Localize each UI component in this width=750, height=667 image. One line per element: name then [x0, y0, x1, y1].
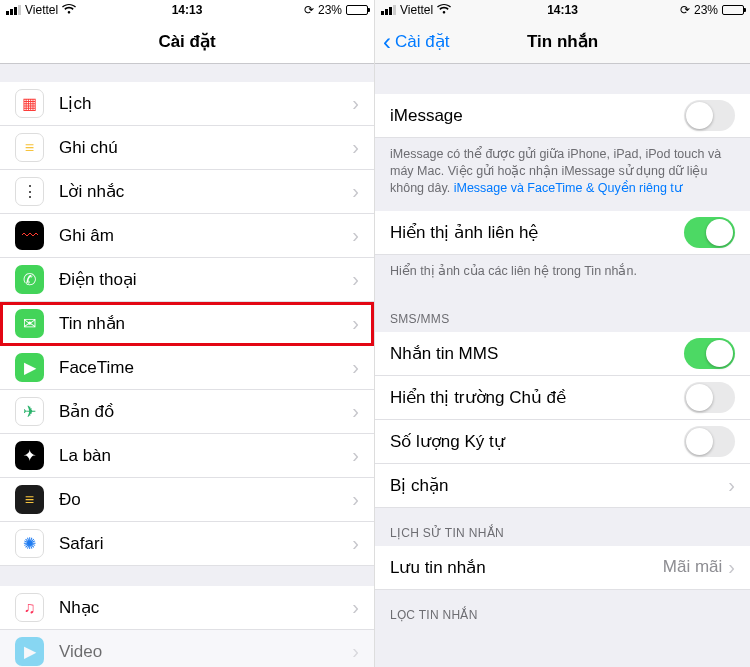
blocked-label: Bị chặn	[390, 475, 728, 496]
app-icon: 〰	[15, 221, 44, 250]
imessage-footer: iMessage có thể được gửi giữa iPhone, iP…	[375, 138, 750, 211]
chevron-right-icon: ›	[352, 136, 359, 159]
mms-toggle[interactable]	[684, 338, 735, 369]
navbar: ‹ Cài đặt Tin nhắn	[375, 20, 750, 64]
status-bar: Viettel 14:13 ⟳ 23%	[375, 0, 750, 20]
chevron-right-icon: ›	[352, 640, 359, 663]
status-bar: Viettel 14:13 ⟳ 23%	[0, 0, 374, 20]
settings-row-video[interactable]: ▶Video›	[0, 630, 374, 667]
chevron-right-icon: ›	[352, 444, 359, 467]
mms-label: Nhắn tin MMS	[390, 343, 684, 364]
imessage-label: iMessage	[390, 106, 684, 126]
row-label: Tin nhắn	[59, 313, 352, 334]
section-filter: LỌC TIN NHẮN	[375, 590, 750, 628]
chevron-right-icon: ›	[352, 180, 359, 203]
section-history: LỊCH SỬ TIN NHẮN	[375, 508, 750, 546]
char-count-row[interactable]: Số lượng Ký tự	[375, 420, 750, 464]
chevron-right-icon: ›	[352, 356, 359, 379]
app-icon: ≡	[15, 485, 44, 514]
row-label: Ghi âm	[59, 226, 352, 246]
battery-icon	[346, 5, 368, 15]
app-icon: ▶	[15, 637, 44, 666]
battery-icon	[722, 5, 744, 15]
chevron-right-icon: ›	[728, 474, 735, 497]
settings-row-ghi-âm[interactable]: 〰Ghi âm›	[0, 214, 374, 258]
row-label: Ghi chú	[59, 138, 352, 158]
row-label: Video	[59, 642, 352, 662]
section-smsmms: SMS/MMS	[375, 294, 750, 332]
chevron-right-icon: ›	[728, 556, 735, 579]
blocked-row[interactable]: Bị chặn ›	[375, 464, 750, 508]
settings-screen: Viettel 14:13 ⟳ 23% Cài đặt ▦Lịch›≡Ghi c…	[0, 0, 375, 667]
show-contact-photos-footer: Hiển thị ảnh của các liên hệ trong Tin n…	[375, 255, 750, 294]
app-icon: ♫	[15, 593, 44, 622]
clock: 14:13	[0, 3, 374, 17]
settings-row-nhạc[interactable]: ♫Nhạc›	[0, 586, 374, 630]
show-contact-photos-toggle[interactable]	[684, 217, 735, 248]
page-title: Tin nhắn	[527, 31, 598, 52]
subject-field-label: Hiển thị trường Chủ đề	[390, 387, 684, 408]
back-button[interactable]: ‹ Cài đặt	[383, 31, 449, 52]
back-label: Cài đặt	[395, 31, 449, 52]
chevron-right-icon: ›	[352, 488, 359, 511]
app-icon: ≡	[15, 133, 44, 162]
row-label: FaceTime	[59, 358, 352, 378]
settings-row-la-bàn[interactable]: ✦La bàn›	[0, 434, 374, 478]
show-contact-photos-row[interactable]: Hiển thị ảnh liên hệ	[375, 211, 750, 255]
subject-field-row[interactable]: Hiển thị trường Chủ đề	[375, 376, 750, 420]
settings-row-bản-đồ[interactable]: ✈Bản đồ›	[0, 390, 374, 434]
settings-row-điện-thoại[interactable]: ✆Điện thoại›	[0, 258, 374, 302]
app-icon: ✦	[15, 441, 44, 470]
settings-row-tin-nhắn[interactable]: ✉Tin nhắn›	[0, 302, 374, 346]
clock: 14:13	[375, 3, 750, 17]
row-label: Nhạc	[59, 597, 352, 618]
chevron-right-icon: ›	[352, 312, 359, 335]
keep-messages-row[interactable]: Lưu tin nhắn Mãi mãi ›	[375, 546, 750, 590]
row-label: Đo	[59, 490, 352, 510]
chevron-right-icon: ›	[352, 400, 359, 423]
row-label: Bản đồ	[59, 401, 352, 422]
app-icon: ▶	[15, 353, 44, 382]
settings-row-facetime[interactable]: ▶FaceTime›	[0, 346, 374, 390]
settings-row-đo[interactable]: ≡Đo›	[0, 478, 374, 522]
app-icon: ▦	[15, 89, 44, 118]
chevron-right-icon: ›	[352, 224, 359, 247]
keep-messages-label: Lưu tin nhắn	[390, 557, 663, 578]
row-label: Safari	[59, 534, 352, 554]
app-icon: ⋮	[15, 177, 44, 206]
app-icon: ✈	[15, 397, 44, 426]
mms-row[interactable]: Nhắn tin MMS	[375, 332, 750, 376]
app-icon: ✉	[15, 309, 44, 338]
imessage-toggle[interactable]	[684, 100, 735, 131]
settings-row-lời-nhắc[interactable]: ⋮Lời nhắc›	[0, 170, 374, 214]
app-icon: ✺	[15, 529, 44, 558]
show-contact-photos-label: Hiển thị ảnh liên hệ	[390, 222, 684, 243]
chevron-right-icon: ›	[352, 268, 359, 291]
chevron-left-icon: ‹	[383, 33, 391, 50]
imessage-row[interactable]: iMessage	[375, 94, 750, 138]
chevron-right-icon: ›	[352, 92, 359, 115]
settings-row-lịch[interactable]: ▦Lịch›	[0, 82, 374, 126]
navbar: Cài đặt	[0, 20, 374, 64]
subject-field-toggle[interactable]	[684, 382, 735, 413]
row-label: Lịch	[59, 93, 352, 114]
chevron-right-icon: ›	[352, 532, 359, 555]
char-count-toggle[interactable]	[684, 426, 735, 457]
row-label: Điện thoại	[59, 269, 352, 290]
row-label: Lời nhắc	[59, 181, 352, 202]
chevron-right-icon: ›	[352, 596, 359, 619]
imessage-privacy-link[interactable]: iMessage và FaceTime & Quyền riêng tư	[454, 181, 682, 195]
messages-settings-screen: Viettel 14:13 ⟳ 23% ‹ Cài đặt Tin nhắn	[375, 0, 750, 667]
char-count-label: Số lượng Ký tự	[390, 431, 684, 452]
app-icon: ✆	[15, 265, 44, 294]
page-title: Cài đặt	[158, 31, 215, 52]
settings-row-safari[interactable]: ✺Safari›	[0, 522, 374, 566]
settings-row-ghi-chú[interactable]: ≡Ghi chú›	[0, 126, 374, 170]
keep-messages-value: Mãi mãi	[663, 557, 723, 577]
row-label: La bàn	[59, 446, 352, 466]
